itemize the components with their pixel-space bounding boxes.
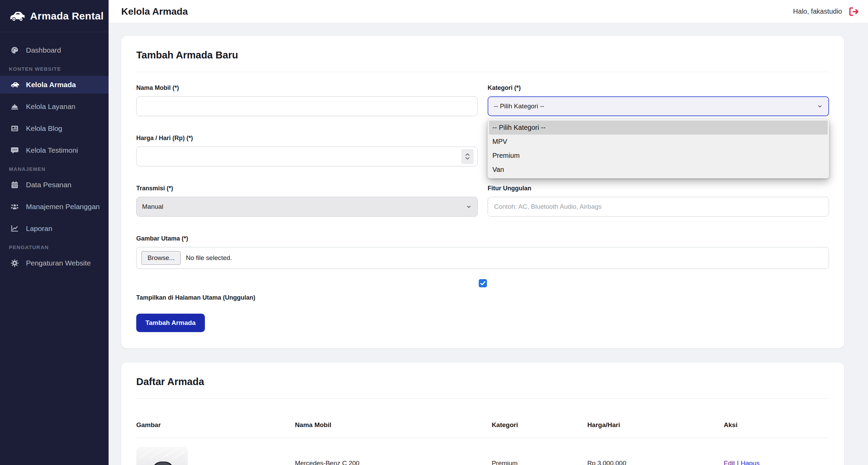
action-separator: | [737,460,739,465]
divider [136,72,829,72]
car-icon [9,80,20,89]
chevron-down-icon [466,204,472,210]
sidebar-item-data-pesanan[interactable]: Data Pesanan [0,176,109,194]
col-header-kategori: Kategori [492,421,587,429]
sidebar-item-pengaturan-website[interactable]: Pengaturan Website [0,254,109,272]
col-header-aksi: Aksi [724,421,829,429]
fitur-label: Fitur Unggulan [488,185,829,192]
sidebar-item-label: Dashboard [26,46,61,54]
fleet-table: Gambar Nama Mobil Kategori Harga/Hari Ak… [136,411,829,465]
section-label-manajemen: MANAJEMEN [9,166,109,172]
transmisi-select[interactable]: Manual [136,197,478,217]
field-harga: Harga / Hari (Rp) (*) [136,135,478,166]
content: Tambah Armada Baru Nama Mobil (*) Katego… [109,23,868,465]
chevron-down-icon [817,103,823,109]
kategori-option[interactable]: -- Pilih Kategori -- [489,121,828,135]
users-icon [9,202,20,211]
fleet-list-card: Daftar Armada Gambar Nama Mobil Kategori… [121,363,844,465]
gear-icon [9,259,20,268]
harga-input[interactable] [136,147,478,166]
user-greeting: Halo, fakastudio [793,8,842,15]
col-header-harga: Harga/Hari [587,421,724,429]
transmisi-selected-value: Manual [142,203,163,210]
featured-checkbox[interactable] [479,279,487,287]
cell-nama-mobil: Mercedes-Benz C 200 [295,460,492,465]
fitur-input[interactable] [488,197,829,217]
section-label-pengaturan: PENGATURAN [9,244,109,250]
sidebar-item-label: Kelola Armada [26,81,76,89]
table-title: Daftar Armada [136,376,829,387]
nama-mobil-input[interactable] [136,96,478,116]
add-fleet-card: Tambah Armada Baru Nama Mobil (*) Katego… [121,36,844,348]
table-header-row: Gambar Nama Mobil Kategori Harga/Hari Ak… [136,411,829,438]
sidebar-item-kelola-blog[interactable]: Kelola Blog [0,120,109,137]
newspaper-icon [9,124,20,133]
main-area: Kelola Armada Halo, fakastudio Tambah Ar… [109,0,868,465]
table-row: Mercedes-Benz C 200 Premium Rp 3.000.000… [136,438,829,465]
col-header-nama-mobil: Nama Mobil [295,421,492,429]
transmisi-label: Transmisi (*) [136,185,478,192]
sidebar-item-laporan[interactable]: Laporan [0,220,109,237]
kategori-label: Kategori (*) [488,84,829,92]
sidebar-item-label: Kelola Testimoni [26,146,78,154]
logout-icon[interactable] [848,6,860,17]
harga-label: Harga / Hari (Rp) (*) [136,135,478,142]
cell-kategori: Premium [492,460,587,465]
sidebar-item-label: Manajemen Pelanggan [26,203,100,211]
field-unggulan: Tampilkan di Halaman Utama (Unggulan) [136,279,829,301]
number-stepper[interactable] [461,149,474,164]
field-gambar: Gambar Utama (*) Browse... No file selec… [136,235,829,269]
car-photo [136,447,188,465]
kategori-option[interactable]: Premium [489,149,828,163]
sidebar-item-kelola-layanan[interactable]: Kelola Layanan [0,98,109,115]
page-title: Kelola Armada [121,6,188,17]
field-transmisi: Transmisi (*) Manual [136,185,478,217]
app-title: Armada Rental [30,10,104,22]
palette-icon [9,46,20,55]
sidebar-item-dashboard[interactable]: Dashboard [0,41,109,59]
file-status-text: No file selected. [186,254,232,262]
col-header-gambar: Gambar [136,421,295,429]
gambar-label: Gambar Utama (*) [136,235,829,242]
featured-checkbox-label: Tampilkan di Halaman Utama (Unggulan) [136,294,829,301]
edit-link[interactable]: Edit [724,460,735,465]
section-label-konten: KONTEN WEBSITE [9,66,109,72]
field-fitur: Fitur Unggulan [488,185,829,217]
browse-button[interactable]: Browse... [141,251,181,265]
hapus-link[interactable]: Hapus [741,460,759,465]
field-kategori: Kategori (*) -- Pilih Kategori -- -- Pil… [488,84,829,116]
sidebar-item-label: Pengaturan Website [26,259,91,267]
sidebar-item-kelola-armada[interactable]: Kelola Armada [0,76,109,94]
app-logo[interactable]: Armada Rental [0,0,109,32]
kategori-dropdown: -- Pilih Kategori -- MPV Premium Van [488,119,829,178]
kategori-option[interactable]: Van [489,163,828,177]
sidebar-menu: Dashboard KONTEN WEBSITE Kelola Armada K… [0,32,109,272]
chart-line-icon [9,224,20,233]
sidebar-item-label: Kelola Blog [26,124,62,133]
sidebar-item-label: Laporan [26,224,52,233]
cell-aksi: Edit|Hapus [724,460,829,465]
form-title: Tambah Armada Baru [136,50,829,61]
car-logo-icon [9,11,25,22]
cell-harga: Rp 3.000.000 [587,460,724,465]
nama-mobil-label: Nama Mobil (*) [136,84,478,92]
field-nama-mobil: Nama Mobil (*) [136,84,478,116]
kategori-select[interactable]: -- Pilih Kategori -- [488,96,829,116]
divider [136,398,829,399]
file-input[interactable]: Browse... No file selected. [136,247,829,269]
sidebar-item-label: Kelola Layanan [26,102,75,111]
sidebar: Armada Rental Dashboard KONTEN WEBSITE K… [0,0,109,465]
calendar-icon [9,180,20,189]
sidebar-item-manajemen-pelanggan[interactable]: Manajemen Pelanggan [0,198,109,216]
comment-dots-icon [9,146,20,155]
kategori-selected-value: -- Pilih Kategori -- [494,102,544,110]
cloche-icon [9,102,20,111]
tambah-armada-button[interactable]: Tambah Armada [136,314,205,332]
topbar: Kelola Armada Halo, fakastudio [109,0,868,23]
sidebar-item-label: Data Pesanan [26,181,71,189]
kategori-option[interactable]: MPV [489,135,828,149]
sidebar-item-kelola-testimoni[interactable]: Kelola Testimoni [0,141,109,159]
